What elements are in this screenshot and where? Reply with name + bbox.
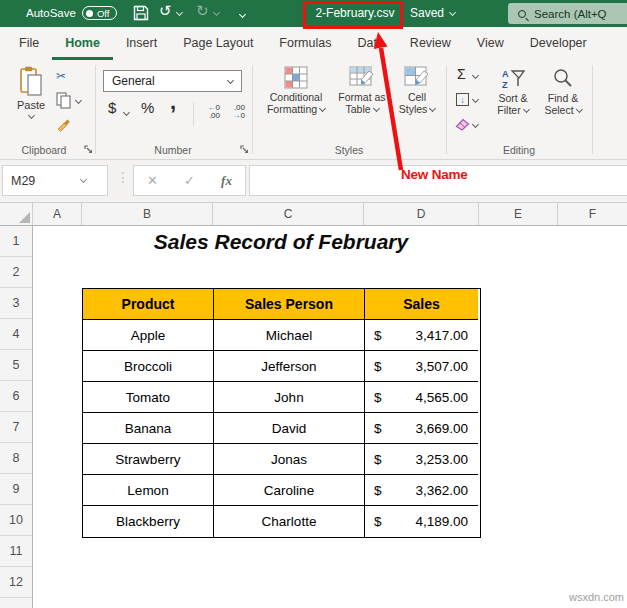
row-header-9[interactable]: 9 (0, 474, 32, 505)
undo-icon[interactable]: ↺ (159, 2, 172, 20)
enter-icon[interactable]: ✓ (184, 173, 195, 188)
clear-dropdown-icon[interactable] (472, 121, 479, 128)
conditional-formatting-button[interactable]: Conditional Formatting (263, 66, 329, 115)
format-painter-icon[interactable] (56, 116, 72, 132)
decrease-decimal-icon[interactable]: .00→0 (225, 104, 245, 120)
cell-product[interactable]: Tomato (83, 382, 214, 413)
number-dialog-launcher-icon[interactable] (240, 145, 249, 154)
increase-decimal-icon[interactable]: ←0.00 (200, 104, 220, 120)
cell-person[interactable]: Jefferson (214, 351, 365, 382)
percent-style-button[interactable]: % (141, 102, 154, 114)
row-header-13[interactable] (0, 598, 32, 608)
cell-styles-button[interactable]: Cell Styles (393, 66, 441, 115)
row-header-6[interactable]: 6 (0, 381, 32, 412)
column-header-c[interactable]: C (213, 203, 364, 225)
save-status[interactable]: Saved (410, 0, 455, 27)
redo-dropdown-icon[interactable] (213, 9, 220, 16)
row-header-10[interactable]: 10 (0, 505, 32, 536)
currency-dropdown-icon[interactable] (123, 109, 130, 116)
copy-icon[interactable] (56, 92, 74, 109)
cell-sales[interactable]: $3,507.00 (365, 351, 478, 382)
cell-person[interactable]: Caroline (214, 475, 365, 506)
autosave-pill[interactable]: Off (82, 6, 118, 20)
format-as-table-label-1: Format as (338, 91, 385, 103)
cut-icon[interactable]: ✂ (56, 70, 66, 82)
cell-product[interactable]: Broccoli (83, 351, 214, 382)
tab-review[interactable]: Review (397, 27, 464, 60)
name-box-input[interactable] (3, 174, 73, 188)
currency-format-button[interactable]: $ (108, 102, 116, 114)
cell-product[interactable]: Blackberry (83, 506, 214, 537)
clipboard-dialog-launcher-icon[interactable] (84, 145, 93, 154)
name-box-dropdown-icon[interactable] (80, 176, 87, 183)
autosum-button[interactable]: Σ (457, 68, 466, 80)
cell-sales[interactable]: $4,565.00 (365, 382, 478, 413)
customize-toolbar-icon[interactable] (240, 9, 250, 21)
cell-person[interactable]: Charlotte (214, 506, 365, 537)
fill-dropdown-icon[interactable] (472, 96, 479, 103)
cell-sales[interactable]: $3,253.00 (365, 444, 478, 475)
column-header-b[interactable]: B (82, 203, 213, 225)
cell-person[interactable]: Michael (214, 320, 365, 351)
cell-product[interactable]: Lemon (83, 475, 214, 506)
column-header-a[interactable]: A (33, 203, 82, 225)
clipboard-icon (19, 66, 43, 97)
column-header-f[interactable]: F (558, 203, 627, 225)
column-header-e[interactable]: E (479, 203, 558, 225)
tab-insert[interactable]: Insert (113, 27, 170, 60)
paste-button[interactable]: Paste (8, 66, 54, 120)
sort-filter-button[interactable]: A Z Sort & Filter (487, 68, 539, 116)
cell-sales[interactable]: $4,189.00 (365, 506, 478, 537)
row-header-1[interactable]: 1 (0, 226, 32, 257)
cell-product[interactable]: Banana (83, 413, 214, 444)
fill-button[interactable]: ↓ (456, 93, 469, 106)
row-header-2[interactable]: 2 (0, 257, 32, 288)
save-icon[interactable] (133, 5, 149, 21)
row-header-5[interactable]: 5 (0, 350, 32, 381)
format-as-table-dropdown-icon (372, 105, 379, 112)
row-header-11[interactable]: 11 (0, 536, 32, 567)
currency-symbol: $ (374, 328, 382, 343)
row-header-4[interactable]: 4 (0, 319, 32, 350)
editing-group-label: Editing (450, 144, 588, 156)
redo-icon[interactable]: ↻ (196, 2, 209, 20)
row-header-8[interactable]: 8 (0, 443, 32, 474)
insert-function-icon[interactable]: fx (221, 173, 232, 189)
tab-data[interactable]: Data (344, 27, 396, 60)
cell-sales[interactable]: $3,417.00 (365, 320, 478, 351)
find-select-button[interactable]: Find & Select (538, 68, 588, 116)
autosum-dropdown-icon[interactable] (472, 72, 479, 79)
table-header-person[interactable]: Sales Person (214, 289, 365, 320)
row-header-7[interactable]: 7 (0, 412, 32, 443)
format-as-table-button[interactable]: Format as Table (331, 66, 393, 115)
cell-product[interactable]: Apple (83, 320, 214, 351)
cell-person[interactable]: David (214, 413, 365, 444)
autosave-toggle[interactable]: AutoSave Off (26, 6, 117, 20)
row-header-3[interactable]: 3 (0, 288, 32, 319)
cancel-icon[interactable]: ✕ (147, 173, 158, 188)
cell-sales[interactable]: $3,362.00 (365, 475, 478, 506)
table-header-product[interactable]: Product (83, 289, 214, 320)
row-header-12[interactable]: 12 (0, 567, 32, 598)
tab-page-layout[interactable]: Page Layout (170, 27, 266, 60)
search-input[interactable]: Search (Alt+Q (508, 3, 627, 24)
tab-view[interactable]: View (464, 27, 517, 60)
cell-product[interactable]: Strawberry (83, 444, 214, 475)
tab-developer[interactable]: Developer (517, 27, 600, 60)
undo-dropdown-icon[interactable] (176, 9, 183, 16)
tab-formulas[interactable]: Formulas (266, 27, 344, 60)
name-box[interactable] (2, 165, 108, 196)
table-header-sales[interactable]: Sales (365, 289, 478, 320)
cell-sales[interactable]: $3,669.00 (365, 413, 478, 444)
cell-person[interactable]: Jonas (214, 444, 365, 475)
comma-style-button[interactable]: , (170, 96, 176, 108)
clear-eraser-icon[interactable] (455, 118, 470, 131)
formula-bar-handle[interactable]: ⋮ (116, 169, 130, 185)
select-all-button[interactable] (0, 203, 33, 225)
tab-file[interactable]: File (6, 27, 52, 60)
tab-home[interactable]: Home (52, 27, 113, 60)
copy-dropdown-icon[interactable] (75, 97, 82, 104)
cell-person[interactable]: John (214, 382, 365, 413)
column-header-d[interactable]: D (364, 203, 479, 225)
amount: 3,669.00 (415, 421, 468, 436)
